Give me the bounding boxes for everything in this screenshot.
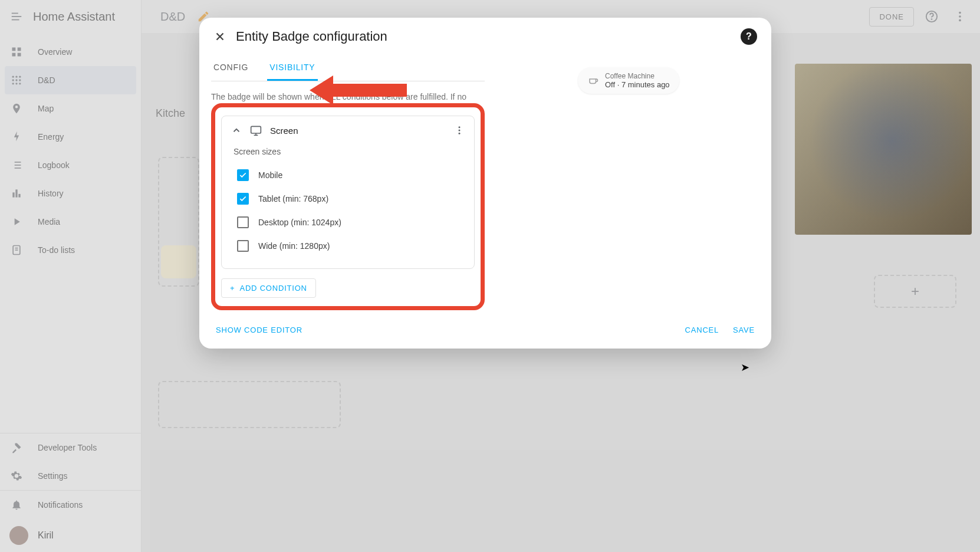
svg-rect-35 — [251, 126, 261, 133]
svg-point-38 — [459, 126, 461, 128]
checkbox-wide[interactable] — [237, 240, 249, 252]
monitor-icon — [250, 124, 262, 136]
dialog-header: Entity Badge configuration ? — [199, 18, 771, 55]
checkbox-label: Desktop (min: 1024px) — [258, 218, 341, 227]
add-condition-label: ADD CONDITION — [239, 284, 307, 293]
checkbox-row-tablet[interactable]: Tablet (min: 768px) — [234, 187, 462, 211]
condition-header[interactable]: Screen — [222, 116, 474, 144]
show-code-button[interactable]: SHOW CODE EDITOR — [216, 326, 302, 334]
checkbox-row-mobile[interactable]: Mobile — [234, 163, 462, 187]
checkbox-label: Tablet (min: 768px) — [258, 194, 328, 203]
webcam-overlay — [795, 64, 972, 235]
checkbox-row-wide[interactable]: Wide (min: 1280px) — [234, 234, 462, 258]
add-condition-button[interactable]: + ADD CONDITION — [221, 278, 316, 298]
tab-bar: CONFIG VISIBILITY — [211, 55, 485, 81]
save-button[interactable]: SAVE — [733, 326, 755, 334]
dialog-footer: SHOW CODE EDITOR CANCEL SAVE — [199, 321, 771, 334]
condition-title: Screen — [270, 126, 298, 136]
close-icon[interactable] — [213, 30, 226, 43]
preview-badge: Coffee Machine Off · 7 minutes ago — [578, 67, 679, 94]
visibility-help-text: The badge will be shown when ALL conditi… — [211, 91, 485, 103]
screen-sizes-label: Screen sizes — [234, 147, 462, 156]
badge-entity-state: Off · 7 minutes ago — [605, 80, 670, 89]
badge-entity-name: Coffee Machine — [605, 72, 670, 80]
dialog-help-icon[interactable]: ? — [741, 28, 757, 45]
checkbox-mobile[interactable] — [237, 169, 249, 181]
cancel-button[interactable]: CANCEL — [685, 326, 719, 334]
dialog-title: Entity Badge configuration — [236, 29, 387, 44]
svg-point-40 — [459, 133, 461, 134]
highlight-annotation: Screen Screen sizes Mobile Tablet (min: … — [211, 103, 485, 310]
tab-config[interactable]: CONFIG — [211, 55, 251, 81]
plus-icon: + — [230, 284, 235, 293]
cursor-icon: ➤ — [741, 361, 749, 374]
checkbox-tablet[interactable] — [237, 193, 249, 205]
config-dialog: Entity Badge configuration ? CONFIG VISI… — [199, 18, 771, 349]
checkbox-label: Wide (min: 1280px) — [258, 241, 330, 251]
coffee-icon — [587, 75, 599, 87]
svg-point-39 — [459, 130, 461, 132]
condition-menu-icon[interactable] — [454, 125, 465, 136]
checkbox-label: Mobile — [258, 170, 282, 180]
checkbox-row-desktop[interactable]: Desktop (min: 1024px) — [234, 211, 462, 234]
condition-card: Screen Screen sizes Mobile Tablet (min: … — [221, 116, 475, 269]
tab-visibility[interactable]: VISIBILITY — [267, 55, 317, 81]
checkbox-desktop[interactable] — [237, 216, 249, 228]
chevron-up-icon — [231, 125, 242, 136]
